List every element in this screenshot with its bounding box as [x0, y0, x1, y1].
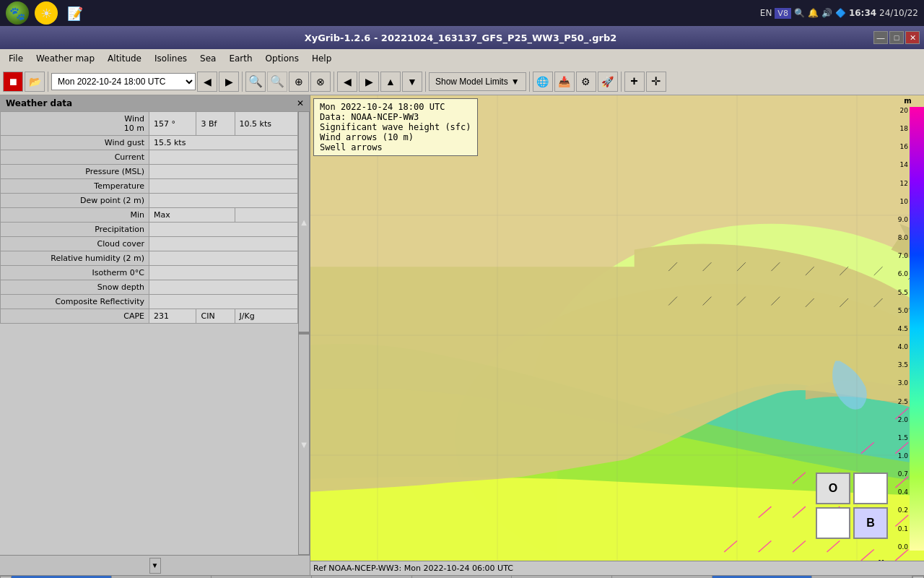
table-row: Temperature — [1, 179, 298, 194]
menu-item-sea[interactable]: Sea — [194, 52, 222, 65]
panel-scrollbar[interactable]: ▲ ▼ — [298, 111, 310, 555]
datetime-select[interactable]: Mon 2022-10-24 18:00 UTC — [51, 73, 196, 90]
close-button[interactable]: ✕ — [905, 31, 920, 44]
map-area[interactable]: Mon 2022-10-24 18:00 UTC Data: NOAA-NCEP… — [310, 95, 924, 575]
show-model-limits-label: Show Model Limits — [435, 77, 508, 87]
white-box-2[interactable] — [816, 507, 850, 539]
show-model-limits-dropdown-icon: ▼ — [511, 77, 520, 87]
zoom-plus-button[interactable]: + — [624, 72, 645, 92]
map-info-line1: Mon 2022-10-24 18:00 UTC — [320, 102, 471, 112]
map-info-overlay: Mon 2022-10-24 18:00 UTC Data: NOAA-NCEP… — [313, 98, 478, 156]
date: 24/10/22 — [879, 8, 918, 18]
scale-unit: m — [892, 97, 924, 105]
stop-button[interactable]: ⏹ — [3, 72, 23, 92]
zoom-in-button[interactable]: 🔍 — [245, 72, 266, 92]
scale-label: 4.0 — [889, 343, 908, 350]
map-info-line3: Significant wave height (sfc) — [320, 122, 471, 132]
menu-item-options[interactable]: Options — [260, 52, 305, 65]
map-info-line5: Swell arrows — [320, 142, 471, 152]
open-folder-button[interactable]: 📂 — [25, 72, 45, 92]
weather-widget: ☀ — [35, 1, 58, 25]
show-model-limits-button[interactable]: Show Model Limits ▼ — [429, 72, 526, 91]
next-time-button[interactable]: ▶ — [219, 72, 239, 92]
scale-label: 5.0 — [889, 307, 908, 314]
menu-item-earth[interactable]: Earth — [223, 52, 258, 65]
table-row: Current — [1, 150, 298, 165]
map-info-line2: Data: NOAA-NCEP-WW3 — [320, 112, 471, 122]
menu-item-help[interactable]: Help — [306, 52, 337, 65]
zoom-fit-button[interactable]: ⊕ — [289, 72, 309, 92]
table-row: Pressure (MSL) — [1, 165, 298, 179]
scale-label: 4.5 — [889, 325, 908, 332]
scale-label: 0.7 — [889, 470, 908, 478]
scale-labels: 2018161412109.08.07.06.05.55.04.54.03.53… — [889, 107, 910, 551]
weather-panel-title: Weather data ✕ — [0, 95, 310, 111]
map-info-line4: Wind arrows (10 m) — [320, 132, 471, 142]
table-row: Precipitation — [1, 223, 298, 237]
scale-label: 2.0 — [889, 416, 908, 423]
scale-label: 5.5 — [889, 289, 908, 296]
maximize-button[interactable]: □ — [889, 31, 904, 44]
scale-label: 9.0 — [889, 216, 908, 223]
timeline: ◀ MonTueWedThuFriSatSunMonTue ▶ — [0, 575, 924, 578]
system-tray: EN V8 🔍 🔔 🔊 🔷 16:34 24/10/22 — [760, 8, 918, 19]
table-row: Dew point (2 m) — [1, 194, 298, 208]
table-row: Snow depth — [1, 280, 298, 295]
table-row: CAPE 231 CIN J/Kg — [1, 309, 298, 324]
app-menu-icon[interactable]: 🐾 — [6, 1, 29, 25]
window-title: XyGrib-1.2.6 - 20221024_163137_GFS_P25_W… — [48, 33, 873, 43]
pan-down-button[interactable]: ▼ — [402, 72, 422, 92]
color-scale: m 2018161412109.08.07.06.05.55.04.54.03.… — [892, 95, 924, 575]
toolbar: ⏹ 📂 Mon 2022-10-24 18:00 UTC ◀ ▶ 🔍 🔍 ⊕ ⊗… — [0, 68, 924, 95]
rocket-button[interactable]: 🚀 — [598, 72, 618, 92]
scale-label: 3.0 — [889, 379, 908, 387]
prev-time-button[interactable]: ◀ — [197, 72, 217, 92]
notes-icon[interactable]: 📝 — [64, 1, 87, 25]
scale-label: 1.5 — [889, 434, 908, 441]
scale-label: 20 — [889, 107, 908, 114]
menubar: FileWeather mapAltitudeIsolinesSeaEarthO… — [0, 49, 924, 68]
pan-up-button[interactable]: ▲ — [380, 72, 401, 92]
scale-label: 0.0 — [889, 543, 908, 551]
download-button[interactable]: 📥 — [554, 72, 575, 92]
scale-label: 1.0 — [889, 452, 908, 460]
weather-panel: Weather data ✕ Wind10 m 157 ° 3 Bf 10.5 … — [0, 95, 310, 575]
table-row: Wind10 m 157 ° 3 Bf 10.5 kts — [1, 112, 298, 136]
menu-item-altitude[interactable]: Altitude — [102, 52, 147, 65]
pan-right-button[interactable]: ▶ — [359, 72, 379, 92]
cursor-button[interactable]: ✛ — [646, 72, 666, 92]
menu-item-file[interactable]: File — [3, 52, 29, 65]
scale-label: 0.4 — [889, 488, 908, 496]
earth-button[interactable]: 🌐 — [533, 72, 553, 92]
panel-scroll-down[interactable]: ▼ — [298, 334, 310, 555]
b-button[interactable]: B — [853, 507, 888, 539]
window-titlebar: XyGrib-1.2.6 - 20221024_163137_GFS_P25_W… — [0, 26, 924, 49]
settings-button[interactable]: ⚙ — [576, 72, 596, 92]
o-button[interactable]: O — [816, 473, 850, 504]
clock: 16:34 — [849, 8, 876, 18]
scale-label: 6.0 — [889, 270, 908, 277]
scale-label: 8.0 — [889, 234, 908, 241]
zoom-100-button[interactable]: ⊗ — [310, 72, 331, 92]
table-row: Cloud cover — [1, 237, 298, 251]
ob-buttons: O B — [816, 473, 888, 539]
scale-label: 14 — [889, 161, 908, 168]
table-row: Isotherm 0°C — [1, 266, 298, 280]
menu-item-weather-map[interactable]: Weather map — [30, 52, 100, 65]
table-row: Min Max — [1, 208, 298, 223]
menu-item-isolines[interactable]: Isolines — [149, 52, 193, 65]
panel-timeline-scroll-down[interactable]: ▼ — [149, 558, 161, 574]
scale-label: 3.5 — [889, 361, 908, 368]
ref-bar: Ref NOAA-NCEP-WW3: Mon 2022-10-24 06:00 … — [310, 561, 924, 575]
minimize-button[interactable]: — — [873, 31, 888, 44]
panel-scroll-up[interactable]: ▲ — [298, 111, 310, 332]
scale-label: 18 — [889, 125, 908, 132]
panel-close-icon[interactable]: ✕ — [297, 98, 304, 108]
zoom-out-button[interactable]: 🔍 — [267, 72, 287, 92]
ref-text: Ref NOAA-NCEP-WW3: Mon 2022-10-24 06:00 … — [313, 564, 513, 573]
scale-label: 0.1 — [889, 525, 908, 532]
pan-left-button[interactable]: ◀ — [337, 72, 357, 92]
scale-label: 16 — [889, 143, 908, 150]
white-box-1[interactable] — [853, 473, 888, 504]
table-row: Composite Reflectivity — [1, 295, 298, 309]
